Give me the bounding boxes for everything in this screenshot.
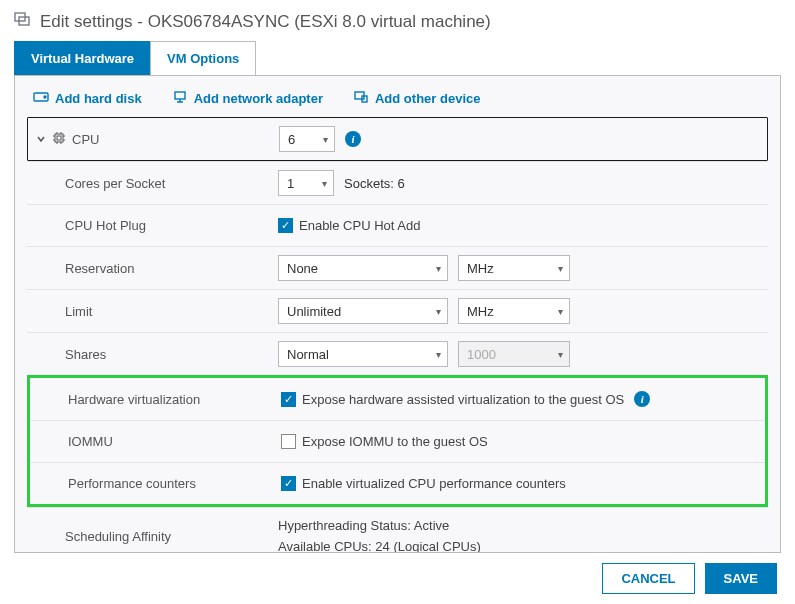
shares-value-input: 1000 ▾ <box>458 341 570 367</box>
highlight-annotation: Hardware virtualization ✓ Expose hardwar… <box>27 375 768 507</box>
tab-vm-options[interactable]: VM Options <box>150 41 256 75</box>
add-network-adapter-button[interactable]: Add network adapter <box>172 90 323 107</box>
reservation-unit-select[interactable]: MHz ▾ <box>458 255 570 281</box>
hotplug-label: CPU Hot Plug <box>35 218 278 233</box>
chevron-down-icon <box>36 132 46 147</box>
chevron-down-icon: ▾ <box>323 134 328 145</box>
reservation-select[interactable]: None ▾ <box>278 255 448 281</box>
cpu-icon <box>52 131 66 148</box>
limit-select[interactable]: Unlimited ▾ <box>278 298 448 324</box>
disk-icon <box>33 90 49 107</box>
sockets-text: Sockets: 6 <box>344 176 405 191</box>
hotplug-checkbox[interactable]: ✓ Enable CPU Hot Add <box>278 218 420 233</box>
checkbox-checked-icon: ✓ <box>281 392 296 407</box>
sched-label: Scheduling Affinity <box>35 529 278 544</box>
info-icon[interactable]: i <box>634 391 650 407</box>
hw-virtualization-row: Hardware virtualization ✓ Expose hardwar… <box>30 378 765 420</box>
add-net-label: Add network adapter <box>194 91 323 106</box>
svg-rect-7 <box>55 134 63 142</box>
info-icon[interactable]: i <box>345 131 361 147</box>
hwvirt-label: Hardware virtualization <box>38 392 281 407</box>
sched-status: Hyperthreading Status: Active Available … <box>278 516 481 552</box>
checkbox-checked-icon: ✓ <box>281 476 296 491</box>
perf-checkbox[interactable]: ✓ Enable virtualized CPU performance cou… <box>281 476 566 491</box>
hwvirt-checkbox[interactable]: ✓ Expose hardware assisted virtualizatio… <box>281 392 624 407</box>
svg-point-3 <box>44 96 46 98</box>
chevron-down-icon: ▾ <box>558 306 563 317</box>
reservation-label: Reservation <box>35 261 278 276</box>
add-other-label: Add other device <box>375 91 480 106</box>
tab-virtual-hardware[interactable]: Virtual Hardware <box>14 41 151 75</box>
chevron-down-icon: ▾ <box>436 263 441 274</box>
scheduling-affinity-row: Scheduling Affinity Hyperthreading Statu… <box>27 507 768 552</box>
cpu-hotplug-row: CPU Hot Plug ✓ Enable CPU Hot Add <box>27 204 768 246</box>
dialog-header: Edit settings - OKS06784ASYNC (ESXi 8.0 … <box>0 0 795 41</box>
cpu-count-select[interactable]: 6 ▾ <box>279 126 335 152</box>
shares-row: Shares Normal ▾ 1000 ▾ <box>27 332 768 375</box>
tabs: Virtual Hardware VM Options <box>0 41 795 75</box>
chevron-down-icon: ▾ <box>558 263 563 274</box>
shares-label: Shares <box>35 347 278 362</box>
chevron-down-icon: ▾ <box>436 306 441 317</box>
perf-label: Performance counters <box>38 476 281 491</box>
svg-rect-4 <box>175 92 185 99</box>
vm-icon <box>14 10 32 33</box>
dialog-title: Edit settings - OKS06784ASYNC (ESXi 8.0 … <box>40 12 491 32</box>
cores-per-socket-row: Cores per Socket 1 ▾ Sockets: 6 <box>27 161 768 204</box>
iommu-row: IOMMU Expose IOMMU to the guest OS <box>30 420 765 462</box>
svg-rect-8 <box>57 136 61 140</box>
checkbox-unchecked-icon <box>281 434 296 449</box>
iommu-label: IOMMU <box>38 434 281 449</box>
chevron-down-icon: ▾ <box>436 349 441 360</box>
device-icon <box>353 90 369 107</box>
cpu-section-header[interactable]: CPU 6 ▾ i <box>27 117 768 161</box>
limit-unit-select[interactable]: MHz ▾ <box>458 298 570 324</box>
limit-row: Limit Unlimited ▾ MHz ▾ <box>27 289 768 332</box>
cpu-label: CPU <box>72 132 99 147</box>
checkbox-checked-icon: ✓ <box>278 218 293 233</box>
cancel-button[interactable]: CANCEL <box>602 563 694 594</box>
limit-label: Limit <box>35 304 278 319</box>
save-button[interactable]: SAVE <box>705 563 777 594</box>
chevron-down-icon: ▾ <box>558 349 563 360</box>
cores-select[interactable]: 1 ▾ <box>278 170 334 196</box>
reservation-row: Reservation None ▾ MHz ▾ <box>27 246 768 289</box>
settings-scroll[interactable]: Add hard disk Add network adapter Add ot… <box>15 76 780 552</box>
dialog-footer: CANCEL SAVE <box>0 553 795 604</box>
toolbar: Add hard disk Add network adapter Add ot… <box>27 86 768 117</box>
iommu-checkbox[interactable]: Expose IOMMU to the guest OS <box>281 434 488 449</box>
add-hard-disk-button[interactable]: Add hard disk <box>33 90 142 107</box>
cores-label: Cores per Socket <box>35 176 278 191</box>
shares-select[interactable]: Normal ▾ <box>278 341 448 367</box>
chevron-down-icon: ▾ <box>322 178 327 189</box>
add-disk-label: Add hard disk <box>55 91 142 106</box>
perf-counters-row: Performance counters ✓ Enable virtualize… <box>30 462 765 504</box>
add-other-device-button[interactable]: Add other device <box>353 90 480 107</box>
network-icon <box>172 90 188 107</box>
